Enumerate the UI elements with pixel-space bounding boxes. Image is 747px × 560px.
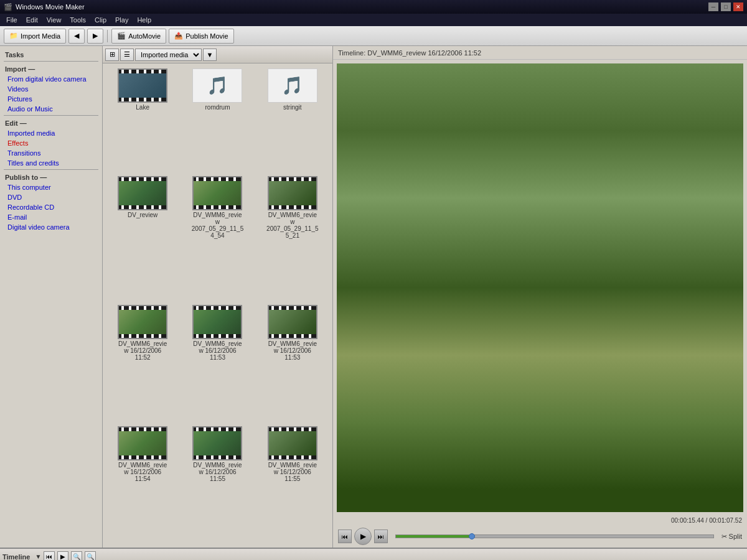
media-label-v11: DV_WMM6_review 16/12/2006 11:55 (191, 462, 244, 482)
sidebar: Tasks Import — From digital video camera… (0, 46, 103, 548)
preview-controls: ⏮ ▶ ⏭ ✂ Split (333, 525, 747, 548)
media-item-v10[interactable]: DV_WMM6_review 16/12/2006 11:54 (108, 426, 177, 543)
automovie-icon: 🎬 (117, 32, 126, 40)
step-forward-button[interactable]: ⏭ (374, 530, 388, 543)
maximize-button[interactable]: □ (721, 2, 731, 11)
publish-icon: 📤 (174, 32, 183, 40)
sidebar-item-effects[interactable]: Effects (0, 138, 102, 148)
media-item-lake[interactable]: Lake (108, 68, 177, 171)
media-label-lake: Lake (136, 104, 149, 111)
window-controls: ─ □ ✕ (708, 2, 743, 11)
menu-file[interactable]: File (2, 15, 21, 25)
auto-movie-button[interactable]: 🎬 AutoMovie (111, 29, 166, 44)
media-thumb-v11 (192, 426, 242, 460)
menu-bar: File Edit View Tools Clip Play Help (0, 14, 747, 26)
timeline-zoom-out-button[interactable]: 🔍 (85, 551, 96, 561)
edit-divider (4, 115, 98, 116)
media-item-v11[interactable]: DV_WMM6_review 16/12/2006 11:55 (182, 426, 252, 543)
media-item-dv-review[interactable]: DV_review (108, 176, 177, 299)
media-item-stringit[interactable]: 🎵 stringit (258, 68, 327, 171)
sidebar-item-videos[interactable]: Videos (0, 84, 102, 94)
sidebar-item-email[interactable]: E-mail (0, 212, 102, 222)
import-media-icon: 📁 (9, 32, 18, 40)
toolbar: 📁 Import Media ◀ ▶ 🎬 AutoMovie 📤 Publish… (0, 26, 747, 46)
media-item-v12[interactable]: DV_WMM6_review 16/12/2006 11:55 (258, 426, 327, 543)
publish-movie-button[interactable]: 📤 Publish Movie (169, 29, 233, 44)
sidebar-item-transitions[interactable]: Transitions (0, 148, 102, 158)
media-toolbar: ⊞ ☰ Imported media ▼ (103, 46, 332, 63)
sidebar-item-from-dv[interactable]: From digital video camera (0, 74, 102, 84)
seek-bar[interactable] (395, 534, 714, 538)
media-item-v6[interactable]: DV_WMM6_review 2007_05_29_11_55_21 (258, 176, 327, 299)
step-back-button[interactable]: ⏮ (338, 530, 352, 543)
seek-handle[interactable] (469, 533, 475, 539)
media-label-dv-review: DV_review (128, 212, 157, 218)
media-thumb-v8 (192, 305, 242, 339)
media-item-v8[interactable]: DV_WMM6_review 16/12/2006 11:53 (182, 305, 252, 421)
wav-icon-stringit: 🎵 (281, 75, 303, 96)
media-thumb-dv-review (118, 176, 167, 210)
menu-help[interactable]: Help (133, 15, 155, 25)
menu-view[interactable]: View (43, 15, 65, 25)
content-area: ⊞ ☰ Imported media ▼ Lake (103, 46, 747, 548)
media-label-v7: DV_WMM6_review 16/12/2006 11:52 (116, 340, 169, 361)
details-view-button[interactable]: ☰ (120, 49, 134, 61)
sidebar-item-pictures[interactable]: Pictures (0, 94, 102, 104)
media-label-romdrum: romdrum (205, 104, 230, 111)
menu-tools[interactable]: Tools (66, 15, 90, 25)
minimize-button[interactable]: ─ (708, 2, 718, 11)
sidebar-item-imported-media[interactable]: Imported media (0, 128, 102, 138)
media-filter-dropdown[interactable]: Imported media (135, 49, 202, 61)
tasks-title: Tasks (0, 49, 102, 60)
video-frame (337, 63, 743, 512)
timeline-play-button[interactable]: ▶ (57, 551, 68, 561)
media-thumb-v6 (268, 176, 317, 210)
menu-clip[interactable]: Clip (91, 15, 110, 25)
redo-button[interactable]: ▶ (87, 29, 103, 44)
media-panel: ⊞ ☰ Imported media ▼ Lake (103, 46, 333, 548)
media-thumb-v7 (118, 305, 167, 339)
media-options-button[interactable]: ▼ (203, 49, 217, 61)
sidebar-item-this-computer[interactable]: This computer (0, 182, 102, 192)
edit-section-label: Edit — (0, 117, 102, 128)
media-thumb-romdrum: 🎵 (192, 68, 242, 103)
media-item-v9[interactable]: DV_WMM6_review 16/12/2006 11:53 (258, 305, 327, 421)
preview-timeline-label: Timeline: DV_WMM6_review 16/12/2006 11:5… (338, 49, 481, 57)
menu-edit[interactable]: Edit (22, 15, 42, 25)
toolbar-separator (107, 30, 108, 42)
split-button[interactable]: ✂ Split (721, 533, 742, 541)
timeline-rewind-button[interactable]: ⏮ (44, 551, 55, 561)
media-thumb-v10 (118, 426, 167, 460)
grid-view-button[interactable]: ⊞ (105, 49, 119, 61)
import-media-button[interactable]: 📁 Import Media (4, 29, 66, 44)
media-label-v6: DV_WMM6_review 2007_05_29_11_55_21 (266, 212, 319, 239)
media-label-v8: DV_WMM6_review 16/12/2006 11:53 (191, 340, 244, 361)
play-button[interactable]: ▶ (354, 528, 372, 545)
sidebar-item-digital-video-camera[interactable]: Digital video camera (0, 222, 102, 232)
preview-panel: Timeline: DV_WMM6_review 16/12/2006 11:5… (333, 46, 747, 548)
main-area: Tasks Import — From digital video camera… (0, 46, 747, 548)
media-item-v7[interactable]: DV_WMM6_review 16/12/2006 11:52 (108, 305, 177, 421)
import-section-label: Import — (0, 63, 102, 74)
preview-time-display: 00:00:15.44 / 00:01:07.52 (333, 516, 747, 525)
close-button[interactable]: ✕ (733, 2, 743, 11)
sidebar-item-dvd[interactable]: DVD (0, 192, 102, 202)
sidebar-item-audio-music[interactable]: Audio or Music (0, 104, 102, 114)
publish-section-label: Publish to — (0, 171, 102, 182)
media-item-v5[interactable]: DV_WMM6_review 2007_05_29_11_54_54 (182, 176, 252, 299)
menu-play[interactable]: Play (111, 15, 132, 25)
undo-button[interactable]: ◀ (68, 29, 85, 44)
media-label-stringit: stringit (283, 104, 301, 111)
sidebar-item-titles-credits[interactable]: Titles and credits (0, 158, 102, 168)
media-item-romdrum[interactable]: 🎵 romdrum (182, 68, 252, 171)
wav-icon-romdrum: 🎵 (207, 75, 228, 96)
media-label-v5: DV_WMM6_review 2007_05_29_11_54_54 (191, 212, 244, 239)
media-label-v10: DV_WMM6_review 16/12/2006 11:54 (116, 462, 169, 482)
media-grid: Lake 🎵 romdrum 🎵 stringit (103, 63, 332, 548)
media-thumb-stringit: 🎵 (268, 68, 317, 103)
media-thumb-v5 (192, 176, 242, 210)
preview-video (337, 63, 743, 512)
sidebar-item-recordable-cd[interactable]: Recordable CD (0, 202, 102, 212)
title-bar: 🎬 Windows Movie Maker ─ □ ✕ (0, 0, 747, 14)
timeline-zoom-in-button[interactable]: 🔍 (71, 551, 82, 561)
